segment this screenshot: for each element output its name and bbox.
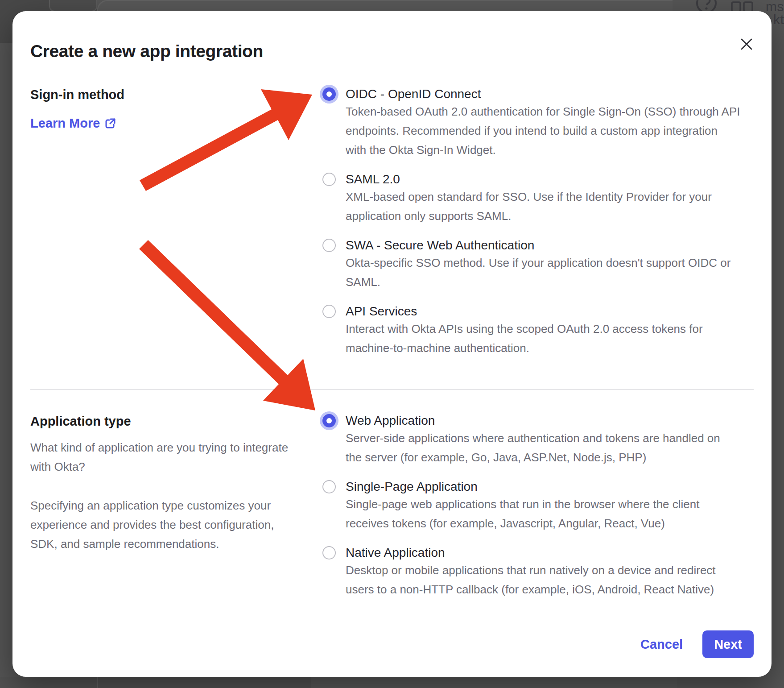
radio-option-saml[interactable]: SAML 2.0 XML-based open standard for SSO… xyxy=(322,171,768,226)
radio-option-single-page-application[interactable]: Single-Page Application Single-page web … xyxy=(322,479,768,533)
radio-selected-icon[interactable] xyxy=(322,87,336,101)
radio-option-oidc[interactable]: OIDC - OpenID Connect Token-based OAuth … xyxy=(322,86,768,160)
option-description: Token-based OAuth 2.0 authentication for… xyxy=(346,102,740,160)
external-link-icon xyxy=(104,118,116,129)
option-label[interactable]: SAML 2.0 xyxy=(346,171,712,187)
application-type-heading: Application type xyxy=(30,413,298,429)
option-description: Interact with Okta APIs using the scoped… xyxy=(346,319,703,358)
apps-grid-icon xyxy=(731,1,754,12)
application-type-intro: What kind of application are you trying … xyxy=(30,438,298,477)
radio-option-swa[interactable]: SWA - Secure Web Authentication Okta-spe… xyxy=(322,237,768,292)
application-type-radio-group: Web Application Server-side applications… xyxy=(322,413,768,599)
next-button[interactable]: Next xyxy=(702,630,754,658)
option-label[interactable]: OIDC - OpenID Connect xyxy=(346,86,740,102)
option-description: Okta-specific SSO method. Use if your ap… xyxy=(346,253,730,292)
radio-unselected-icon[interactable] xyxy=(322,546,336,560)
section-divider xyxy=(30,389,754,390)
background-bottom-panel-left xyxy=(0,677,311,688)
learn-more-label[interactable]: Learn More xyxy=(30,116,100,131)
background-username-fragment-2: kta xyxy=(773,12,784,27)
option-description: Server-side applications where authentic… xyxy=(346,429,720,467)
learn-more-link[interactable]: Learn More xyxy=(30,116,116,131)
create-app-integration-dialog: Create a new app integration Sign-in met… xyxy=(12,11,772,677)
close-icon[interactable] xyxy=(738,35,755,53)
radio-option-api-services[interactable]: API Services Interact with Okta APIs usi… xyxy=(322,303,768,358)
radio-selected-icon[interactable] xyxy=(322,414,336,427)
option-label[interactable]: Web Application xyxy=(346,413,720,429)
option-label[interactable]: SWA - Secure Web Authentication xyxy=(346,237,730,253)
background-tab-fragment xyxy=(49,0,97,12)
radio-unselected-icon[interactable] xyxy=(322,305,336,318)
cancel-button[interactable]: Cancel xyxy=(640,637,683,652)
signin-method-heading: Sign-in method xyxy=(30,87,280,103)
option-label[interactable]: Native Application xyxy=(346,545,716,561)
radio-option-native-application[interactable]: Native Application Desktop or mobile app… xyxy=(322,545,768,599)
radio-unselected-icon[interactable] xyxy=(322,239,336,252)
radio-unselected-icon[interactable] xyxy=(322,173,336,186)
option-label[interactable]: API Services xyxy=(346,303,703,319)
radio-unselected-icon[interactable] xyxy=(322,480,336,493)
option-description: XML-based open standard for SSO. Use if … xyxy=(346,187,712,226)
dialog-footer: Cancel Next xyxy=(640,630,754,658)
dialog-title: Create a new app integration xyxy=(30,41,263,61)
signin-method-column: Sign-in method Learn More xyxy=(30,87,280,131)
radio-option-web-application[interactable]: Web Application Server-side applications… xyxy=(322,413,768,467)
application-type-note: Specifying an application type customize… xyxy=(30,496,298,554)
signin-method-radio-group: OIDC - OpenID Connect Token-based OAuth … xyxy=(322,86,768,358)
option-label[interactable]: Single-Page Application xyxy=(346,479,699,495)
application-type-column: Application type What kind of applicatio… xyxy=(30,413,298,554)
option-description: Single-page web applications that run in… xyxy=(346,495,699,533)
background-bottom-panel-right xyxy=(311,677,677,688)
option-description: Desktop or mobile applications that run … xyxy=(346,561,716,599)
